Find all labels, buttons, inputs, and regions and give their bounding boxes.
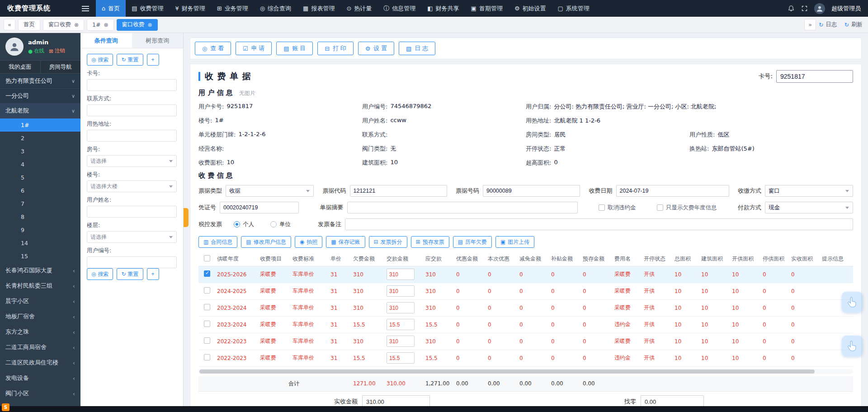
sidebar-group-3[interactable]: 地板厂宿舍‹ <box>0 309 80 324</box>
tabbar-action-log[interactable]: ↻日志 <box>819 21 837 28</box>
query-tab-condition[interactable]: 条件查询 <box>80 33 132 48</box>
contract-button[interactable]: ▥合同信息 <box>198 236 237 248</box>
nav-item-init[interactable]: ⚙初始设置 <box>509 0 552 17</box>
personal-radio[interactable] <box>234 221 240 227</box>
panel-collapse-handle[interactable] <box>184 208 189 227</box>
view-button[interactable]: ◎查 看 <box>195 42 231 55</box>
row-checkbox[interactable] <box>204 270 210 277</box>
pay-mode-select[interactable]: 现金 <box>765 202 853 213</box>
tree-node-community[interactable]: 北航老院∨ <box>0 104 80 118</box>
tree-leaf-0[interactable]: 1# <box>0 118 80 132</box>
fee-date-input[interactable] <box>616 185 729 197</box>
menu-toggle-button[interactable] <box>78 0 93 17</box>
tree-leaf-7[interactable]: 8 <box>0 210 80 223</box>
nav-item-query[interactable]: ◎综合查询 <box>254 0 297 17</box>
pay-amount-input[interactable] <box>387 352 415 364</box>
user-avatar[interactable] <box>814 3 825 14</box>
edit-user-button[interactable]: ▤修改用户信息 <box>241 236 291 248</box>
username-input[interactable] <box>87 206 177 218</box>
nav-item-info[interactable]: ⓘ信息管理 <box>377 0 421 17</box>
nav-item-share[interactable]: ◧财务共享 <box>421 0 465 17</box>
tree-leaf-1[interactable]: 2 <box>0 132 80 145</box>
invoice-split-button[interactable]: ⊟发票拆分 <box>369 236 407 248</box>
search-button[interactable]: ◎搜索 <box>87 54 113 66</box>
tree-leaf-8[interactable]: 9 <box>0 223 80 237</box>
sidebar-tab-0[interactable]: 我的桌面 <box>0 61 40 73</box>
search-button[interactable]: ◎搜索 <box>87 268 113 280</box>
card-number-input[interactable] <box>776 70 853 83</box>
nav-item-system[interactable]: ▢系统管理 <box>552 0 595 17</box>
account-button[interactable]: ▤账 目 <box>276 42 313 55</box>
pay-amount-input[interactable] <box>387 319 415 330</box>
pay-amount-input[interactable] <box>387 302 415 313</box>
sidebar-tab-1[interactable]: 房间导航 <box>40 61 81 73</box>
only-arrears-checkbox[interactable] <box>657 204 663 211</box>
nav-item-fee[interactable]: ▤收费管理 <box>126 0 169 17</box>
pay-amount-input[interactable] <box>387 285 415 297</box>
company-radio[interactable] <box>270 221 277 227</box>
nav-item-business[interactable]: ⊞业务管理 <box>211 0 254 17</box>
nav-item-home[interactable]: ⌂首页 <box>96 0 126 17</box>
sidebar-group-2[interactable]: 晨宇小区‹ <box>0 294 80 309</box>
voucher-input[interactable] <box>220 202 299 213</box>
room-select[interactable]: 请选择 <box>87 155 177 167</box>
tab-window-fee-2[interactable]: 窗口收费⊗ <box>117 19 158 31</box>
tree-leaf-6[interactable]: 7 <box>0 197 80 210</box>
receipt-no-input[interactable] <box>483 185 580 197</box>
summary-input[interactable] <box>347 202 578 213</box>
nav-item-heat[interactable]: ⊙热计量 <box>340 0 377 17</box>
close-icon[interactable]: ⊗ <box>148 22 152 28</box>
scrollbar-thumb[interactable] <box>199 369 815 374</box>
tabs-scroll-right-button[interactable]: » <box>804 19 816 30</box>
tab-window-fee-1[interactable]: 窗口收费⊗ <box>43 19 84 31</box>
tree-leaf-10[interactable]: 15 <box>0 250 80 263</box>
prestore-invoice-button[interactable]: ⊞预存发票 <box>411 236 449 248</box>
query-tab-tree[interactable]: 树形查询 <box>132 33 184 48</box>
change-input[interactable] <box>641 395 704 407</box>
tree-leaf-3[interactable]: 4 <box>0 158 80 171</box>
add-button[interactable]: + <box>147 54 159 66</box>
tabbar-action-refresh[interactable]: ↻刷新 <box>844 21 863 28</box>
userno-input[interactable] <box>87 256 177 268</box>
received-amount-input[interactable] <box>362 395 430 407</box>
save-button[interactable]: ▦保存记账 <box>326 236 365 248</box>
building-select[interactable]: 请选择大楼 <box>87 180 177 192</box>
tab-home[interactable]: 首页 <box>18 19 40 31</box>
tree-node-branch[interactable]: 一分公司∨ <box>0 89 80 104</box>
sidebar-group-1[interactable]: 长青村民航委三组‹ <box>0 278 80 294</box>
collect-mode-select[interactable]: 窗口 <box>765 185 853 197</box>
tree-leaf-2[interactable]: 3 <box>0 145 80 158</box>
tab-building-1[interactable]: 1#⊗ <box>87 19 114 31</box>
log-button[interactable]: ▧日 志 <box>399 42 435 55</box>
row-checkbox[interactable] <box>204 337 210 344</box>
invoice-note-input[interactable] <box>345 218 853 230</box>
admin-avatar[interactable] <box>5 38 24 56</box>
row-checkbox[interactable] <box>204 304 210 310</box>
sidebar-group-0[interactable]: 长春鸿石国际大厦‹ <box>0 263 80 278</box>
row-checkbox[interactable] <box>204 354 210 360</box>
tabs-scroll-left-button[interactable]: « <box>4 19 15 30</box>
reset-button[interactable]: ↻重置 <box>117 54 143 66</box>
card-input[interactable] <box>87 79 177 91</box>
logout-button[interactable]: ⊠注销 <box>49 47 65 54</box>
tree-node-company[interactable]: 热力有限责任公司∨ <box>0 74 80 89</box>
user-role-label[interactable]: 超级管理员 <box>831 5 861 13</box>
photo-button[interactable]: ◉拍照 <box>295 236 322 248</box>
row-checkbox[interactable] <box>204 321 210 327</box>
floor-select[interactable]: 请选择 <box>87 231 177 243</box>
select-all-checkbox[interactable] <box>204 255 210 261</box>
fullscreen-icon[interactable] <box>801 5 808 12</box>
nav-item-first[interactable]: ▣首期管理 <box>465 0 509 17</box>
bell-icon[interactable] <box>788 5 795 12</box>
tree-leaf-5[interactable]: 6 <box>0 184 80 197</box>
pay-amount-input[interactable] <box>387 336 415 347</box>
row-checkbox[interactable] <box>204 287 210 294</box>
close-icon[interactable]: ⊗ <box>74 22 79 28</box>
settings-button[interactable]: ⚙设 置 <box>358 42 394 55</box>
close-icon[interactable]: ⊗ <box>104 22 108 28</box>
sidebar-group-6[interactable]: 二道区民政局住宅楼‹ <box>0 355 80 370</box>
contact-input[interactable] <box>87 104 177 116</box>
sidebar-group-4[interactable]: 东方之珠‹ <box>0 324 80 340</box>
ime-indicator-icon[interactable]: S <box>2 403 9 411</box>
apply-button[interactable]: ☑申 请 <box>236 42 272 55</box>
